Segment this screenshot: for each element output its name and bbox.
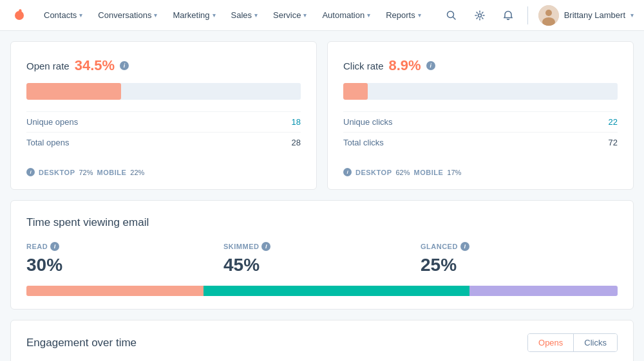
main-content: Open rate 34.5% i Unique opens 18 Total … (0, 31, 644, 361)
total-clicks-row: Total clicks 72 (343, 132, 618, 153)
glanced-label: GLANCED i (421, 242, 607, 251)
click-rate-progress-fill (343, 83, 368, 100)
mobile-value: 22% (130, 169, 144, 176)
chevron-down-icon: ▾ (154, 12, 157, 19)
chevron-down-icon: ▾ (367, 12, 370, 19)
skimmed-info-icon[interactable]: i (261, 242, 270, 251)
chevron-down-icon: ▾ (418, 12, 421, 19)
unique-opens-value: 18 (292, 117, 301, 127)
desktop-value: 72% (79, 169, 93, 176)
desktop-label: DESKTOP (39, 169, 75, 176)
click-rate-value: 8.9% (389, 57, 421, 74)
nav-items: Contacts ▾ Conversations ▾ Marketing ▾ S… (36, 0, 442, 31)
nav-item-conversations[interactable]: Conversations ▾ (90, 0, 165, 31)
skimmed-stat: SKIMMED i 45% (223, 242, 421, 275)
total-opens-value: 28 (292, 138, 301, 147)
read-info-icon[interactable]: i (50, 242, 59, 251)
unique-clicks-row: Unique clicks 22 (343, 111, 618, 132)
unique-opens-label: Unique opens (26, 117, 78, 127)
chevron-down-icon: ▾ (213, 12, 216, 19)
chevron-down-icon: ▾ (303, 12, 307, 19)
avatar (538, 5, 559, 26)
time-bar-read (26, 286, 204, 296)
svg-point-2 (478, 14, 481, 17)
nav-right: Brittany Lambert ▾ (442, 5, 634, 26)
bell-icon[interactable] (499, 6, 517, 24)
desktop-value: 62% (395, 169, 410, 176)
settings-icon[interactable] (471, 6, 489, 24)
time-bar-skimmed (204, 286, 469, 296)
click-rate-footer: i DESKTOP 62% MOBILE 17% (343, 162, 618, 176)
read-stat: READ i 30% (26, 242, 223, 275)
click-rate-info-icon[interactable]: i (426, 61, 435, 70)
toggle-group: Opens Clicks (527, 333, 618, 352)
bottom-card: Engagement over time Opens Clicks (10, 320, 634, 361)
open-rate-card: Open rate 34.5% i Unique opens 18 Total … (10, 41, 317, 190)
time-spent-title: Time spent viewing email (26, 216, 618, 229)
nav-user[interactable]: Brittany Lambert ▾ (538, 5, 634, 26)
chevron-down-icon: ▾ (630, 12, 634, 19)
open-rate-title: Open rate 34.5% i (26, 57, 301, 74)
cards-row: Open rate 34.5% i Unique opens 18 Total … (10, 41, 634, 190)
click-rate-card: Click rate 8.9% i Unique clicks 22 Total… (327, 41, 634, 190)
nav-item-service[interactable]: Service ▾ (265, 0, 314, 31)
svg-point-4 (545, 10, 552, 16)
nav-item-contacts[interactable]: Contacts ▾ (36, 0, 90, 31)
time-bar-container (26, 286, 618, 296)
total-opens-label: Total opens (26, 138, 70, 147)
click-rate-progress-track (343, 83, 618, 100)
skimmed-value: 45% (223, 255, 410, 275)
nav-item-sales[interactable]: Sales ▾ (223, 0, 266, 31)
chevron-down-icon: ▾ (79, 12, 82, 19)
nav-username: Brittany Lambert (564, 10, 625, 20)
chevron-down-icon: ▾ (254, 12, 258, 19)
unique-opens-row: Unique opens 18 (26, 111, 301, 132)
mobile-label: MOBILE (414, 169, 444, 176)
nav-item-marketing[interactable]: Marketing ▾ (165, 0, 223, 31)
mobile-label: MOBILE (97, 169, 127, 176)
toggle-opens-button[interactable]: Opens (528, 334, 574, 351)
bottom-card-title: Engagement over time (26, 337, 137, 349)
read-label: READ i (26, 242, 213, 251)
glanced-value: 25% (421, 255, 607, 275)
open-rate-progress-fill (26, 83, 121, 100)
nav-item-automation[interactable]: Automation ▾ (314, 0, 378, 31)
click-rate-title: Click rate 8.9% i (343, 57, 618, 74)
search-icon[interactable] (442, 6, 460, 24)
footer-info-icon: i (26, 168, 35, 176)
footer-info-icon: i (343, 168, 352, 176)
hubspot-logo[interactable] (10, 6, 28, 24)
total-opens-row: Total opens 28 (26, 132, 301, 153)
open-rate-progress-track (26, 83, 301, 100)
toggle-clicks-button[interactable]: Clicks (574, 334, 617, 351)
total-clicks-label: Total clicks (343, 138, 384, 147)
time-spent-card: Time spent viewing email READ i 30% SKIM… (10, 200, 634, 310)
glanced-info-icon[interactable]: i (460, 242, 469, 251)
unique-clicks-label: Unique clicks (343, 117, 393, 127)
read-value: 30% (26, 255, 213, 275)
mobile-value: 17% (447, 169, 461, 176)
open-rate-info-icon[interactable]: i (120, 61, 129, 70)
time-stats: READ i 30% SKIMMED i 45% GLANCED i 25% (26, 242, 618, 275)
open-rate-footer: i DESKTOP 72% MOBILE 22% (26, 162, 301, 176)
nav-divider (527, 6, 528, 24)
svg-line-1 (453, 17, 455, 19)
glanced-stat: GLANCED i 25% (421, 242, 618, 275)
desktop-label: DESKTOP (355, 169, 392, 176)
time-bar-glanced (469, 286, 618, 296)
nav-item-reports[interactable]: Reports ▾ (378, 0, 429, 31)
total-clicks-value: 72 (609, 138, 618, 147)
open-rate-value: 34.5% (75, 57, 115, 74)
unique-clicks-value: 22 (609, 117, 618, 127)
skimmed-label: SKIMMED i (223, 242, 410, 251)
navbar: Contacts ▾ Conversations ▾ Marketing ▾ S… (0, 0, 644, 31)
